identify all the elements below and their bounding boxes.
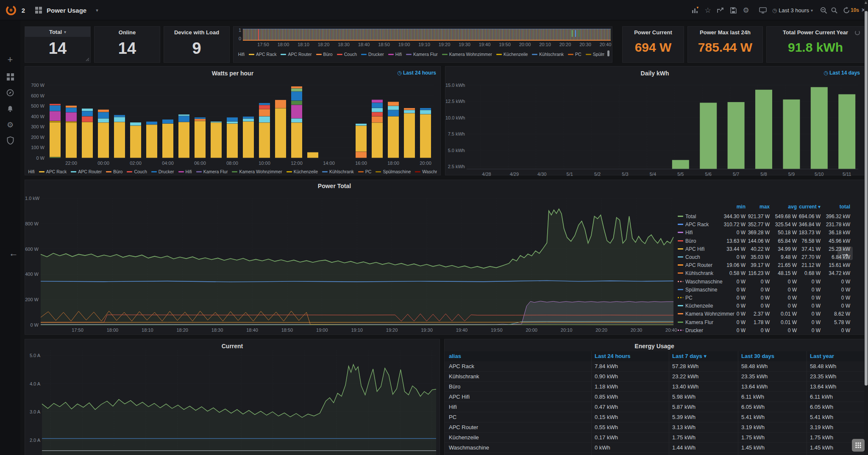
legend-series-name[interactable]: Kamera Wohnzimmer bbox=[685, 311, 734, 317]
legend-series-name[interactable]: Büro bbox=[685, 238, 696, 244]
legend-value-cell: 183.73 W bbox=[799, 230, 821, 236]
legend-item-Küchenzeile[interactable]: Küchenzeile bbox=[496, 52, 528, 57]
total-power-year-label[interactable]: Total Power Current Year bbox=[767, 29, 864, 36]
power-current-label[interactable]: Power Current bbox=[623, 29, 684, 36]
legend-item-Spülmaschine[interactable]: Spülmaschine bbox=[586, 52, 604, 57]
grafana-logo-icon[interactable] bbox=[3, 0, 19, 20]
legend-item-Büro[interactable]: Büro bbox=[106, 169, 122, 174]
legend-item-APC Hifi[interactable]: APC Hifi bbox=[28, 169, 35, 174]
table-col-header-alias[interactable]: alias bbox=[449, 353, 461, 359]
power-max-label[interactable]: Power Max last 24h bbox=[688, 29, 762, 36]
page-scrollbar-track[interactable] bbox=[864, 0, 868, 455]
legend-col-header-min[interactable]: min bbox=[737, 204, 746, 210]
legend-series-name[interactable]: Kamera Flur bbox=[685, 319, 713, 325]
admin-shield-icon[interactable] bbox=[0, 133, 20, 147]
table-cell-value: 23.22 kWh bbox=[672, 373, 698, 380]
table-col-header-Last 30 days[interactable]: Last 30 days bbox=[741, 353, 774, 359]
legend-item-APC Router[interactable]: APC Router bbox=[281, 52, 312, 57]
legend-label: Kühlschrank bbox=[539, 52, 564, 57]
save-icon[interactable] bbox=[727, 0, 740, 20]
dashboard-grid-icon[interactable] bbox=[32, 0, 45, 20]
current-chart[interactable]: 5.0 A4.0 A3.0 A2.0 A bbox=[25, 339, 440, 455]
star-icon[interactable]: ☆ bbox=[701, 0, 714, 20]
strip-plot[interactable] bbox=[243, 29, 611, 41]
legend-series-name[interactable]: PC bbox=[685, 295, 693, 301]
zoom-out-icon[interactable] bbox=[818, 0, 829, 20]
search-icon[interactable] bbox=[829, 0, 839, 20]
online-stat-value: 14 bbox=[95, 39, 160, 58]
energy-usage-title[interactable]: Energy Usage bbox=[445, 343, 864, 350]
legend-series-name[interactable]: Total bbox=[685, 214, 696, 219]
time-range-label: Last 3 hours bbox=[779, 7, 809, 14]
legend-item-Kamera Flur[interactable]: Kamera Flur bbox=[406, 52, 438, 57]
legend-series-name[interactable]: Spülmaschine bbox=[685, 287, 717, 293]
dashboard-title[interactable]: Power Usage bbox=[47, 0, 93, 20]
settings-gear-icon[interactable]: ⚙ bbox=[740, 0, 752, 20]
legend-item-APC Router[interactable]: APC Router bbox=[71, 169, 102, 174]
strip-legend-scrollbar[interactable] bbox=[607, 50, 609, 56]
legend-item-Couch[interactable]: Couch bbox=[127, 169, 147, 174]
table-col-header-Last 24 hours[interactable]: Last 24 hours bbox=[595, 353, 631, 359]
legend-series-name[interactable]: APC Router bbox=[685, 262, 712, 268]
legend-col-header-total[interactable]: total bbox=[840, 204, 850, 210]
legend-item-Büro[interactable]: Büro bbox=[316, 52, 333, 57]
legend-item-PC[interactable]: PC bbox=[358, 169, 372, 174]
legend-col-header-max[interactable]: max bbox=[760, 204, 770, 210]
panel-resize-handle[interactable] bbox=[85, 57, 89, 61]
legend-col-header-current[interactable]: current ▾ bbox=[799, 204, 821, 210]
legend-item-Couch[interactable]: Couch bbox=[337, 52, 357, 57]
legend-item-APC Rack[interactable]: APC Rack bbox=[249, 52, 276, 57]
legend-item-Drucker[interactable]: Drucker bbox=[151, 169, 174, 174]
legend-series-name[interactable]: Drucker bbox=[685, 327, 703, 333]
table-col-header-Last 7 days[interactable]: Last 7 days ▾ bbox=[672, 353, 707, 359]
tv-mode-icon[interactable] bbox=[756, 0, 770, 20]
grid-menu-button[interactable] bbox=[852, 439, 865, 452]
legend-item-Kamera Wohnzimmer[interactable]: Kamera Wohnzimmer bbox=[442, 52, 492, 57]
legend-item-Kühlschrank[interactable]: Kühlschrank bbox=[532, 52, 564, 57]
share-icon[interactable] bbox=[714, 0, 727, 20]
axis-tick-label: 700 W bbox=[26, 83, 45, 88]
total-dropdown-caret-icon[interactable]: ▾ bbox=[64, 30, 66, 34]
legend-item-Hifi[interactable]: Hifi bbox=[388, 52, 402, 57]
create-plus-icon[interactable]: + bbox=[0, 53, 20, 67]
daily-kwh-chart[interactable]: 15.0 kWh12.5 kWh10.0 kWh7.5 kWh5.0 kWh2.… bbox=[445, 67, 864, 175]
online-stat-label[interactable]: Online bbox=[95, 29, 160, 36]
axis-tick-label: 18:20 bbox=[172, 327, 192, 333]
scrollbar-up-arrow-icon[interactable] bbox=[865, 1, 867, 4]
legend-item-Kamera Wohnzimmer[interactable]: Kamera Wohnzimmer bbox=[232, 169, 282, 174]
legend-item-Drucker[interactable]: Drucker bbox=[361, 52, 384, 57]
legend-series-name[interactable]: Hifi bbox=[685, 230, 693, 236]
playlist-prev-arrow[interactable]: ← bbox=[7, 247, 20, 260]
legend-series-name[interactable]: Waschmaschine bbox=[685, 279, 723, 285]
legend-item-PC[interactable]: PC bbox=[568, 52, 581, 57]
dashboard-title-caret-icon[interactable]: ▾ bbox=[94, 0, 100, 20]
legend-series-name[interactable]: Kühlschrank bbox=[685, 270, 713, 276]
legend-series-name[interactable]: Couch bbox=[685, 254, 700, 260]
legend-series-name[interactable]: Küchenzeile bbox=[685, 303, 713, 309]
legend-series-name[interactable]: APC Hifi bbox=[685, 246, 704, 252]
legend-item-Kamera Flur[interactable]: Kamera Flur bbox=[196, 169, 228, 174]
legend-item-Spülmaschine[interactable]: Spülmaschine bbox=[376, 169, 411, 174]
legend-item-APC Rack[interactable]: APC Rack bbox=[39, 169, 67, 174]
page-scrollbar-thumb[interactable] bbox=[865, 11, 868, 386]
legend-item-APC Hifi[interactable]: APC Hifi bbox=[237, 52, 245, 57]
add-panel-icon[interactable] bbox=[689, 0, 702, 20]
device-with-load-label[interactable]: Device with Load bbox=[164, 29, 229, 36]
time-range-picker[interactable]: ◷ Last 3 hours ▾ bbox=[772, 0, 816, 20]
legend-item-Küchenzeile[interactable]: Küchenzeile bbox=[287, 169, 318, 174]
legend-series-name[interactable]: APC Rack bbox=[685, 222, 709, 228]
axis-tick-label: 02:00 bbox=[125, 161, 146, 166]
legend-item-Waschmaschine[interactable]: Waschmaschine bbox=[415, 169, 437, 174]
watts-per-hour-chart[interactable]: 700 W600 W500 W400 W300 W200 W100 W0 W22… bbox=[25, 67, 440, 175]
table-col-header-Last year[interactable]: Last year bbox=[810, 353, 834, 359]
alerting-bell-icon[interactable] bbox=[0, 102, 20, 116]
playlist-next-arrow[interactable]: → bbox=[837, 247, 853, 260]
legend-item-Hifi[interactable]: Hifi bbox=[178, 169, 192, 174]
dashboards-icon[interactable] bbox=[0, 69, 20, 84]
explore-compass-icon[interactable] bbox=[0, 86, 20, 100]
configuration-gear-icon[interactable]: ⚙ bbox=[0, 118, 20, 132]
total-stat-header[interactable]: Total ▾ bbox=[25, 27, 90, 37]
legend-item-Kühlschrank[interactable]: Kühlschrank bbox=[322, 169, 354, 174]
legend-col-header-avg[interactable]: avg bbox=[788, 204, 797, 210]
legend-table-row: APC Rack310.72 W352.77 W325.54 W346.84 W… bbox=[678, 220, 860, 228]
